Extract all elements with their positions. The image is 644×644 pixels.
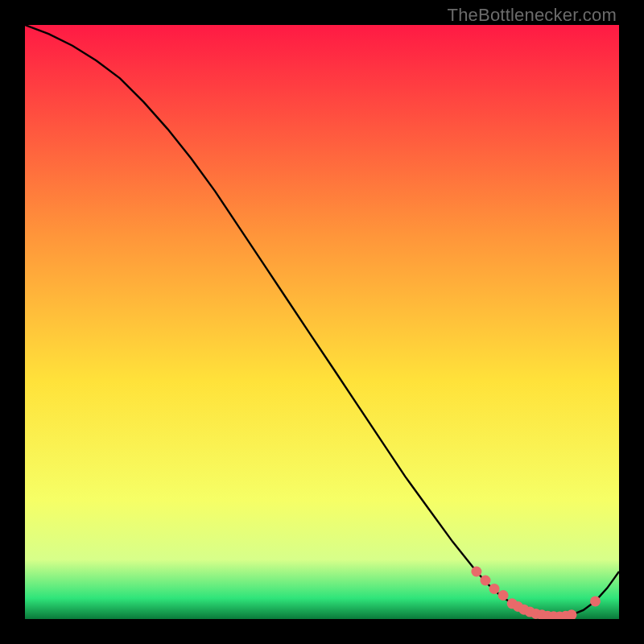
gradient-background [25, 25, 619, 619]
marker-dot [471, 567, 481, 577]
chart-frame [25, 25, 619, 619]
watermark-text: TheBottlenecker.com [448, 5, 617, 26]
chart-svg [25, 25, 619, 619]
marker-dot [590, 596, 601, 606]
marker-dot [498, 590, 509, 601]
marker-dot [489, 584, 500, 594]
marker-dot [481, 576, 491, 586]
